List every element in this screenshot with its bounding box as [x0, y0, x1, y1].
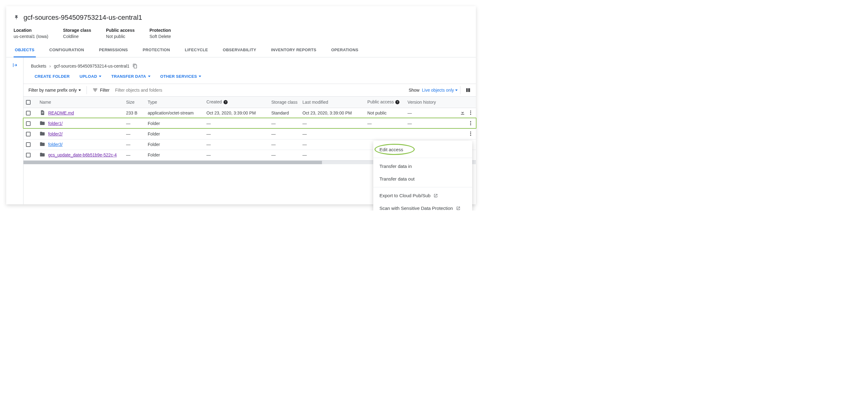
object-name-link[interactable]: folder2/	[48, 132, 63, 136]
col-name[interactable]: Name	[37, 97, 124, 108]
chevron-down-icon	[148, 76, 151, 77]
cell-size: 233 B	[124, 108, 145, 118]
bucket-meta: Locationus-central1 (Iowa) Storage class…	[6, 22, 476, 43]
menu-export-pubsub-label: Export to Cloud Pub/Sub	[379, 193, 430, 198]
folder-icon	[39, 131, 45, 137]
meta-protection-value: Soft Delete	[150, 34, 171, 39]
cell-type: application/octet-stream	[145, 108, 204, 118]
row-checkbox[interactable]	[26, 111, 31, 115]
transfer-data-button[interactable]: TRANSFER DATA	[111, 74, 150, 79]
cell-last-modified: —	[300, 150, 365, 160]
upload-label: UPLOAD	[80, 74, 97, 79]
menu-scan-sdp[interactable]: Scan with Sensitive Data Protection	[373, 202, 472, 210]
upload-button[interactable]: UPLOAD	[80, 74, 101, 79]
menu-separator	[373, 158, 472, 158]
more-actions-button[interactable]	[468, 111, 473, 116]
help-icon[interactable]: ?	[223, 100, 228, 105]
more-actions-button[interactable]	[468, 122, 473, 127]
svg-text:?: ?	[397, 101, 398, 104]
cell-public-access	[365, 129, 405, 139]
row-checkbox[interactable]	[26, 153, 31, 158]
folder-icon	[39, 152, 45, 158]
table-row[interactable]: folder2/—Folder———	[24, 129, 476, 139]
col-created[interactable]: Created?	[204, 97, 269, 108]
col-storage-class[interactable]: Storage class	[269, 97, 300, 108]
help-icon[interactable]: ?	[395, 100, 400, 105]
cell-type: Folder	[145, 139, 204, 150]
meta-public-access-value: Not public	[106, 34, 135, 39]
col-public-access[interactable]: Public access?	[365, 97, 405, 108]
filter-prefix-dropdown[interactable]: Filter by name prefix only	[28, 88, 81, 93]
tab-objects[interactable]: OBJECTS	[13, 47, 36, 58]
cell-size: —	[124, 150, 145, 160]
object-name-link[interactable]: README.md	[48, 110, 74, 115]
show-dropdown[interactable]: Live objects only	[422, 88, 458, 93]
expand-panel-icon	[12, 62, 18, 68]
file-icon	[39, 110, 45, 116]
folder-icon	[39, 141, 45, 148]
expand-panel-handle[interactable]	[6, 58, 24, 204]
tab-lifecycle[interactable]: LIFECYCLE	[184, 47, 209, 57]
meta-storage-class-value: Coldline	[63, 34, 91, 39]
object-name-link[interactable]: folder1/	[48, 121, 63, 126]
object-name-link[interactable]: folder3/	[48, 142, 63, 147]
tab-observability[interactable]: OBSERVABILITY	[222, 47, 257, 57]
svg-point-13	[470, 132, 471, 132]
filter-input[interactable]	[115, 88, 403, 93]
tab-protection[interactable]: PROTECTION	[142, 47, 171, 57]
row-checkbox[interactable]	[26, 132, 31, 136]
external-link-icon	[456, 206, 460, 210]
download-button[interactable]	[460, 111, 465, 116]
cell-last-modified: —	[300, 139, 365, 150]
svg-point-14	[470, 133, 471, 134]
tabs: OBJECTS CONFIGURATION PERMISSIONS PROTEC…	[6, 43, 476, 58]
chevron-down-icon	[99, 76, 101, 77]
columns-icon[interactable]	[465, 87, 471, 93]
cell-version: —	[405, 118, 454, 129]
svg-point-7	[470, 110, 471, 111]
tab-permissions[interactable]: PERMISSIONS	[98, 47, 129, 57]
cell-created: Oct 23, 2020, 3:39:00 PM	[204, 108, 269, 118]
row-checkbox[interactable]	[26, 121, 31, 126]
menu-export-pubsub[interactable]: Export to Cloud Pub/Sub	[373, 189, 472, 202]
cell-storage-class: —	[269, 129, 300, 139]
menu-edit-access[interactable]: Edit access	[373, 143, 472, 156]
object-name-link[interactable]: gcs_update_date-b6b51b9e-522c-4	[48, 152, 117, 158]
svg-point-11	[470, 123, 471, 124]
filter-label: Filter	[92, 87, 110, 93]
tab-operations[interactable]: OPERATIONS	[330, 47, 360, 57]
table-row[interactable]: README.md233 Bapplication/octet-streamOc…	[24, 108, 476, 118]
chevron-down-icon	[199, 76, 201, 77]
filter-prefix-label: Filter by name prefix only	[28, 88, 76, 93]
other-services-button[interactable]: OTHER SERVICES	[160, 74, 202, 79]
tab-configuration[interactable]: CONFIGURATION	[48, 47, 86, 57]
cell-type: Folder	[145, 150, 204, 160]
breadcrumb-root[interactable]: Buckets	[31, 64, 46, 69]
copy-icon[interactable]	[132, 64, 137, 69]
svg-point-15	[470, 135, 471, 135]
transfer-data-label: TRANSFER DATA	[111, 74, 146, 79]
more-actions-button[interactable]	[468, 132, 473, 137]
breadcrumb: Buckets › gcf-sources-954509753214-us-ce…	[24, 62, 476, 74]
col-last-modified[interactable]: Last modified	[300, 97, 365, 108]
svg-rect-5	[42, 112, 43, 113]
tab-inventory-reports[interactable]: INVENTORY REPORTS	[270, 47, 317, 57]
col-public-access-label: Public access	[367, 99, 394, 104]
create-folder-button[interactable]: CREATE FOLDER	[35, 74, 69, 79]
table-row[interactable]: folder1/—Folder—————	[24, 118, 476, 129]
cell-last-modified: Oct 23, 2020, 3:39:00 PM	[300, 108, 365, 118]
cell-public-access: Not public	[365, 108, 405, 118]
meta-public-access-label: Public access	[106, 28, 135, 33]
select-all-checkbox[interactable]	[26, 100, 31, 105]
meta-storage-class-label: Storage class	[63, 28, 91, 33]
cell-storage-class: —	[269, 139, 300, 150]
menu-transfer-out[interactable]: Transfer data out	[373, 172, 472, 185]
pin-icon[interactable]	[13, 15, 19, 21]
col-size[interactable]: Size	[124, 97, 145, 108]
bucket-details-card: gcf-sources-954509753214-us-central1 Loc…	[6, 6, 476, 204]
col-version-history[interactable]: Version history	[405, 97, 454, 108]
filter-text: Filter	[100, 88, 110, 93]
row-checkbox[interactable]	[26, 142, 31, 147]
col-type[interactable]: Type	[145, 97, 204, 108]
menu-transfer-in[interactable]: Transfer data in	[373, 160, 472, 172]
